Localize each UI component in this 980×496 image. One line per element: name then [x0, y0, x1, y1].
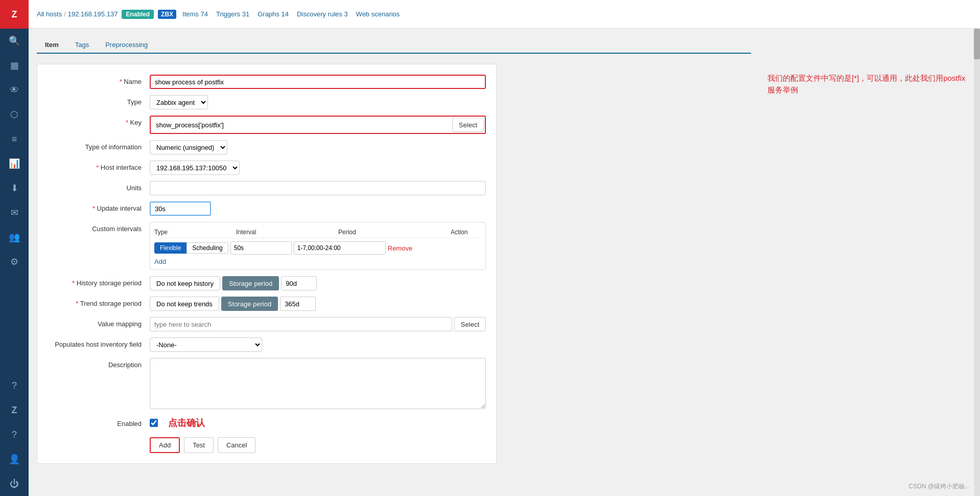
scrollbar[interactable] [974, 29, 980, 496]
breadcrumb-all-hosts[interactable]: All hosts [37, 10, 62, 18]
enabled-checkbox-row: 点击确认 [150, 417, 486, 429]
description-row: Description [48, 358, 486, 411]
type-select[interactable]: Zabbix agent [150, 95, 208, 109]
update-interval-input[interactable] [150, 201, 211, 216]
key-select-button[interactable]: Select [452, 118, 484, 132]
user-icon[interactable]: 👤 [0, 447, 29, 471]
monitoring-icon[interactable]: 👁 [0, 78, 29, 102]
add-interval-link[interactable]: Add [154, 258, 166, 265]
key-label: Key [48, 116, 150, 126]
scroll-thumb[interactable] [974, 29, 980, 59]
interval-type-buttons: Flexible Scheduling [154, 242, 228, 254]
populates-field: -None- [150, 337, 486, 352]
download-icon[interactable]: ⬇ [0, 176, 29, 200]
topnav: All hosts / 192.168.195.137 Enabled ZBX … [29, 0, 980, 29]
power-icon[interactable]: ⏻ [0, 471, 29, 496]
trend-storage-controls: Do not keep trends Storage period [150, 297, 486, 311]
type-field: Zabbix agent [150, 95, 486, 109]
type-of-info-select[interactable]: Numeric (unsigned) [150, 140, 227, 154]
add-button[interactable]: Add [150, 437, 180, 453]
trend-storage-period-btn[interactable]: Storage period [221, 297, 278, 311]
flexible-type-btn[interactable]: Flexible [154, 242, 186, 254]
nav-triggers[interactable]: Triggers 31 [214, 10, 251, 18]
interval-row-0: Flexible Scheduling Remove [154, 241, 481, 255]
tabs: Item Tags Preprocessing [37, 37, 751, 54]
value-mapping-label: Value mapping [48, 317, 150, 328]
scheduling-type-btn[interactable]: Scheduling [186, 242, 228, 254]
settings-icon[interactable]: ⚙ [0, 250, 29, 274]
nav-graphs[interactable]: Graphs 14 [255, 10, 291, 18]
type-row: Type Zabbix agent [48, 95, 486, 109]
units-input[interactable] [150, 181, 486, 195]
value-mapping-select-button[interactable]: Select [454, 317, 486, 331]
units-label: Units [48, 181, 150, 192]
type-of-info-label: Type of information [48, 140, 150, 151]
annotation-text: 我们的配置文件中写的是[*]，可以通用，此处我们用postfix服务举例 [767, 73, 966, 96]
tab-preprocessing[interactable]: Preprocessing [97, 37, 156, 54]
right-panel: 我们的配置文件中写的是[*]，可以通用，此处我们用postfix服务举例 [759, 29, 974, 496]
host-interface-field: 192.168.195.137:10050 [150, 161, 486, 175]
breadcrumb: All hosts / 192.168.195.137 [37, 10, 118, 18]
tab-item[interactable]: Item [37, 37, 67, 54]
period-value-input[interactable] [294, 241, 386, 255]
list-icon[interactable]: ≡ [0, 127, 29, 151]
test-button[interactable]: Test [184, 437, 214, 453]
tab-tags[interactable]: Tags [67, 37, 97, 54]
interval-value-input[interactable] [230, 241, 292, 255]
host-interface-select[interactable]: 192.168.195.137:10050 [150, 161, 240, 175]
history-storage-value-input[interactable] [281, 276, 317, 290]
mail-icon[interactable]: ✉ [0, 200, 29, 225]
zbx-badge: ZBX [158, 10, 176, 19]
support-icon[interactable]: ? [0, 373, 29, 398]
value-mapping-search-input[interactable] [150, 317, 452, 331]
intervals-header: Type Interval Period Action [154, 227, 481, 238]
nav-discovery-rules[interactable]: Discovery rules 3 [295, 10, 350, 18]
name-row: Name [48, 75, 486, 89]
name-input[interactable] [150, 75, 486, 89]
intervals-section: Type Interval Period Action Flexible Sch… [150, 222, 486, 270]
nav-items[interactable]: Items 74 [180, 10, 210, 18]
search-icon[interactable]: 🔍 [0, 29, 29, 53]
update-interval-field [150, 201, 486, 216]
name-label: Name [48, 75, 150, 85]
sidebar-logo[interactable]: Z [0, 0, 29, 29]
type-of-info-field: Numeric (unsigned) [150, 140, 486, 154]
value-mapping-controls: Select [150, 317, 486, 331]
type-label: Type [48, 95, 150, 106]
reports-icon[interactable]: 📊 [0, 151, 29, 176]
users-icon[interactable]: 👥 [0, 225, 29, 250]
custom-intervals-label: Custom intervals [48, 222, 150, 233]
history-no-keep-btn[interactable]: Do not keep history [150, 276, 220, 290]
history-storage-period-btn[interactable]: Storage period [222, 276, 279, 290]
main-area: All hosts / 192.168.195.137 Enabled ZBX … [29, 0, 980, 496]
intervals-type-header: Type [154, 229, 236, 236]
trend-no-keep-btn[interactable]: Do not keep trends [150, 297, 219, 311]
help-icon[interactable]: ? [0, 422, 29, 447]
custom-intervals-field: Type Interval Period Action Flexible Sch… [150, 222, 486, 270]
units-row: Units [48, 181, 486, 195]
enabled-field: 点击确认 [150, 417, 486, 429]
key-row: Key Select [48, 116, 486, 134]
item-form: Name Type Zabbix agent Key [37, 64, 497, 464]
description-textarea[interactable] [150, 358, 486, 409]
intervals-period-header: Period [338, 229, 451, 236]
enabled-checkbox[interactable] [150, 419, 158, 427]
nav-web-scenarios[interactable]: Web scenarios [354, 10, 402, 18]
populates-select[interactable]: -None- [150, 337, 262, 352]
key-input[interactable] [152, 118, 450, 132]
enabled-row: Enabled 点击确认 [48, 417, 486, 429]
trend-storage-row: Trend storage period Do not keep trends … [48, 297, 486, 311]
enabled-label: Enabled [48, 417, 150, 427]
network-icon[interactable]: ⬡ [0, 102, 29, 127]
remove-interval-button[interactable]: Remove [388, 244, 412, 252]
trend-storage-value-input[interactable] [280, 297, 316, 311]
sidebar: Z 🔍 ▦ 👁 ⬡ ≡ 📊 ⬇ ✉ 👥 ⚙ ? Z ? 👤 ⏻ [0, 0, 29, 496]
trend-storage-label: Trend storage period [48, 297, 150, 307]
action-buttons: Add Test Cancel [48, 437, 486, 453]
history-storage-controls: Do not keep history Storage period [150, 276, 486, 290]
key-field: Select [150, 116, 486, 134]
zabbix-brand-icon[interactable]: Z [0, 398, 29, 422]
cancel-button[interactable]: Cancel [218, 437, 255, 453]
breadcrumb-ip[interactable]: 192.168.195.137 [68, 10, 118, 18]
dashboard-icon[interactable]: ▦ [0, 53, 29, 78]
